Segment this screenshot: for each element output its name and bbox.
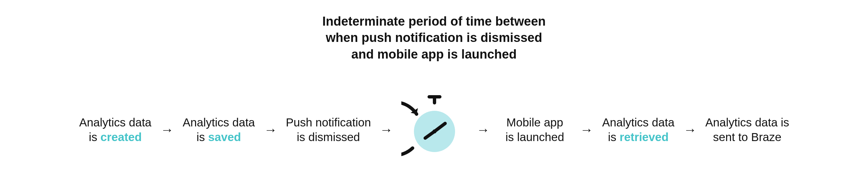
caption-line-1: Indeterminate period of time between [0,13,868,30]
step-line: is saved [182,130,255,144]
highlight-word: saved [208,130,241,143]
highlight-word: retrieved [620,130,669,143]
step-line: Push notification [286,115,371,130]
arrow-icon: → [579,123,594,136]
arrow-icon: → [682,123,698,136]
svg-point-6 [433,129,436,133]
step-line: is retrieved [602,130,675,144]
step-line: is created [79,130,152,144]
arrow-icon: → [475,123,491,136]
flow-row: Analytics data is created → Analytics da… [0,90,868,170]
stopwatch-icon [401,95,468,165]
step-line: Mobile app [498,115,571,130]
caption-line-2: when push notification is dismissed [0,30,868,46]
caption-line-3: and mobile app is launched [0,46,868,62]
step-sent: Analytics data is sent to Braze [705,115,789,144]
step-line: Analytics data [79,115,152,130]
step-dismissed: Push notification is dismissed [286,115,371,144]
arrow-icon: → [378,123,394,136]
step-line: sent to Braze [705,130,789,144]
step-line: is dismissed [286,130,371,144]
step-retrieved: Analytics data is retrieved [602,115,675,144]
step-line: Analytics data is [705,115,789,130]
step-created: Analytics data is created [79,115,152,144]
highlight-word: created [100,130,142,143]
step-saved: Analytics data is saved [182,115,255,144]
arrow-icon: → [263,123,279,136]
arrow-icon: → [159,123,175,136]
step-line: Analytics data [602,115,675,130]
step-line: Analytics data [182,115,255,130]
step-launched: Mobile app is launched [498,115,571,144]
diagram-caption: Indeterminate period of time between whe… [0,13,868,62]
step-line: is launched [498,130,571,144]
